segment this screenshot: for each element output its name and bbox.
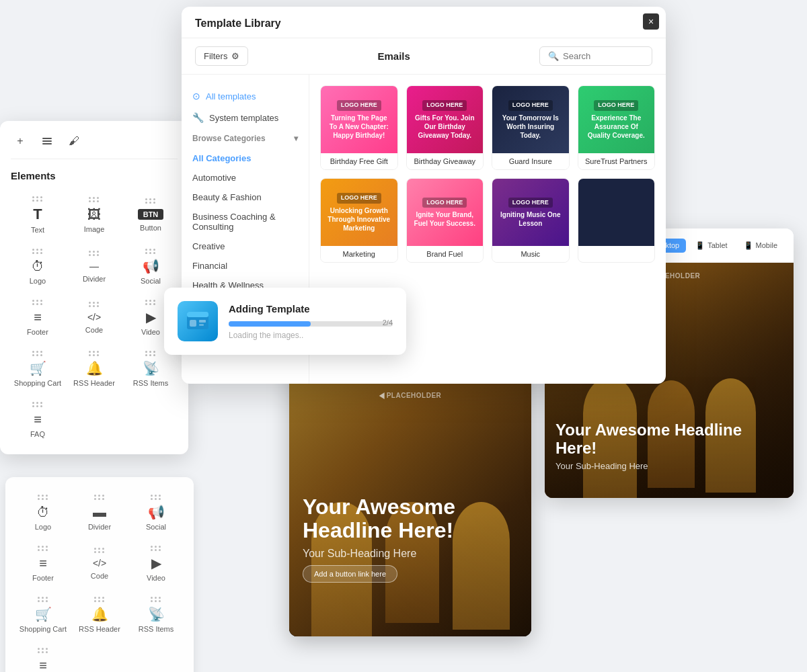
cat-automotive[interactable]: Automotive: [182, 168, 309, 187]
element-footer[interactable]: ≡ Footer: [11, 293, 65, 341]
rssheader-icon-bg: 🔔: [91, 607, 108, 621]
element-code-bg[interactable]: </> Code: [73, 539, 126, 587]
cat-creative[interactable]: Creative: [182, 237, 309, 256]
rssitems-icon-bg: 📡: [148, 607, 165, 621]
filter-label: Filters: [204, 51, 227, 61]
cat-beauty[interactable]: Beauty & Fashion: [182, 187, 309, 207]
footer-icon-bg: ≡: [39, 556, 47, 570]
template-grid-row2: LOGO HERE Unlocking Growth Through Innov…: [320, 178, 655, 263]
template-card-marketing[interactable]: LOGO HERE Unlocking Growth Through Innov…: [320, 178, 398, 263]
shopping-cart-label: Shopping Cart: [14, 379, 61, 387]
tab-mobile[interactable]: 📱 Mobile: [737, 239, 784, 253]
element-button[interactable]: BTN Button: [124, 190, 178, 239]
sidebar-system-templates[interactable]: 🔧 System templates: [182, 107, 309, 128]
rss-header-label: RSS Header: [73, 379, 115, 387]
code-icon: </>: [87, 312, 101, 322]
card-label-empty: [578, 246, 655, 254]
element-shopping-cart[interactable]: 🛒 Shopping Cart: [11, 344, 65, 392]
template-card-birthday-giveaway[interactable]: LOGO HERE Gifts For You. Join Our Birthd…: [406, 85, 484, 170]
add-button[interactable]: +: [11, 132, 30, 151]
tablet-icon: 📱: [695, 241, 705, 250]
svg-rect-2: [42, 143, 52, 144]
template-card-empty[interactable]: [578, 178, 656, 263]
template-card-birthday-gift[interactable]: LOGO HERE Turning The Page To A New Chap…: [320, 85, 398, 170]
card-label-suretrust: SureTrust Partners: [578, 153, 655, 169]
template-card-suretrust[interactable]: LOGO HERE Experience The Assurance Of Qu…: [578, 85, 656, 170]
element-cart-bg[interactable]: 🛒 Shopping Cart: [16, 590, 70, 638]
element-logo-bg[interactable]: ⏱ Logo: [16, 488, 70, 536]
card-label-brand-fuel: Brand Fuel: [407, 246, 484, 262]
element-divider[interactable]: — Divider: [67, 242, 121, 290]
template-card-music[interactable]: LOGO HERE Igniting Music One Lesson Musi…: [492, 178, 570, 263]
adding-template-icon: [178, 301, 218, 341]
card-img-birthday-gift: LOGO HERE Turning The Page To A New Chap…: [321, 86, 397, 153]
cat-financial[interactable]: Financial: [182, 256, 309, 276]
filters-button[interactable]: Filters ⚙: [195, 46, 248, 66]
card-label-birthday-gift: Birthday Free Gift: [321, 153, 397, 169]
preview-cta-btn[interactable]: Add a button link here: [303, 565, 397, 583]
layers-button[interactable]: [38, 132, 56, 151]
template-card-brand-fuel[interactable]: LOGO HERE Ignite Your Brand, Fuel Your S…: [406, 178, 484, 263]
card-img-birthday-giveaway: LOGO HERE Gifts For You. Join Our Birthd…: [407, 86, 484, 153]
tab-tablet[interactable]: 📱 Tablet: [689, 239, 734, 253]
social-icon: 📢: [143, 259, 159, 273]
card-label-guard-insure: Guard Insure: [492, 153, 569, 169]
progress-text: 2/4: [383, 319, 393, 327]
element-code[interactable]: </> Code: [67, 293, 121, 341]
search-input[interactable]: [563, 51, 644, 61]
cart-icon-bg: 🛒: [35, 607, 52, 621]
template-icon-svg: [184, 308, 211, 335]
paint-button[interactable]: 🖌: [65, 132, 83, 151]
divider-icon: —: [89, 261, 99, 271]
card-img-empty: [578, 179, 655, 246]
preview-headline-block: Your Awesome Headline Here! Your Sub-Hea…: [303, 495, 518, 583]
element-faq-bg[interactable]: ≡ FAQ: [16, 641, 70, 672]
element-rssheader-bg[interactable]: 🔔 RSS Header: [73, 590, 126, 638]
button-label: Button: [140, 224, 161, 232]
progress-bar-bg: [229, 321, 393, 327]
faq-icon-bg: ≡: [39, 659, 47, 672]
main-preview-panel: Welcome to Our Restaurant ✏️ PLACEHOLDER…: [289, 356, 531, 636]
category-title: Emails: [256, 50, 531, 62]
layers-icon: [41, 135, 53, 147]
video-label: Video: [141, 328, 160, 336]
close-button[interactable]: ×: [643, 13, 659, 30]
loading-text: Loading the images..: [229, 331, 393, 340]
image-icon: 🖼: [87, 208, 101, 221]
rss-header-icon: 🔔: [86, 362, 103, 375]
search-box[interactable]: 🔍: [539, 46, 652, 66]
element-video-bg[interactable]: ▶ Video: [129, 539, 183, 587]
element-rssitems-bg[interactable]: 📡 RSS Items: [129, 590, 183, 638]
preview-logo: PLACEHOLDER: [379, 392, 442, 399]
element-footer-bg[interactable]: ≡ Footer: [16, 539, 70, 587]
browse-categories-section[interactable]: Browse Categories ▾: [182, 128, 309, 149]
element-social-bg[interactable]: 📢 Social: [129, 488, 183, 536]
element-text[interactable]: T Text: [11, 190, 65, 239]
template-library-header: Template Library ×: [182, 7, 666, 38]
sidebar-all-templates[interactable]: ⊙ All templates: [182, 85, 309, 107]
element-logo[interactable]: ⏱ Logo: [11, 242, 65, 290]
card-label-music: Music: [492, 246, 569, 262]
progress-bar-fill: [229, 321, 311, 327]
adding-template-content: Adding Template 2/4 Loading the images..: [229, 303, 393, 340]
shopping-cart-icon: 🛒: [30, 362, 46, 375]
svg-rect-6: [199, 320, 206, 323]
social-icon-bg: 📢: [148, 505, 165, 519]
element-image[interactable]: 🖼 Image: [67, 190, 121, 239]
elements-panel-bg: ⏱ Logo ▬ Divider 📢 Social ≡ Footer </> C…: [5, 477, 194, 672]
cat-all[interactable]: All Categories: [182, 149, 309, 168]
element-faq[interactable]: ≡ FAQ: [11, 395, 65, 444]
card-img-suretrust: LOGO HERE Experience The Assurance Of Qu…: [578, 86, 655, 153]
text-icon: T: [33, 207, 42, 222]
element-divider-bg[interactable]: ▬ Divider: [73, 488, 126, 536]
filter-icon: ⚙: [231, 51, 239, 61]
adding-template-title: Adding Template: [229, 303, 393, 314]
cat-business[interactable]: Business Coaching & Consulting: [182, 207, 309, 237]
element-social[interactable]: 📢 Social: [124, 242, 178, 290]
text-label: Text: [31, 226, 44, 234]
desktop-headline: Your Awesome Headline Here!: [555, 421, 783, 457]
element-rss-header[interactable]: 🔔 RSS Header: [67, 344, 121, 392]
code-icon-bg: </>: [93, 558, 106, 568]
template-card-guard-insure[interactable]: LOGO HERE Your Tomorrow Is Worth Insurin…: [492, 85, 570, 170]
footer-icon: ≡: [34, 310, 42, 324]
